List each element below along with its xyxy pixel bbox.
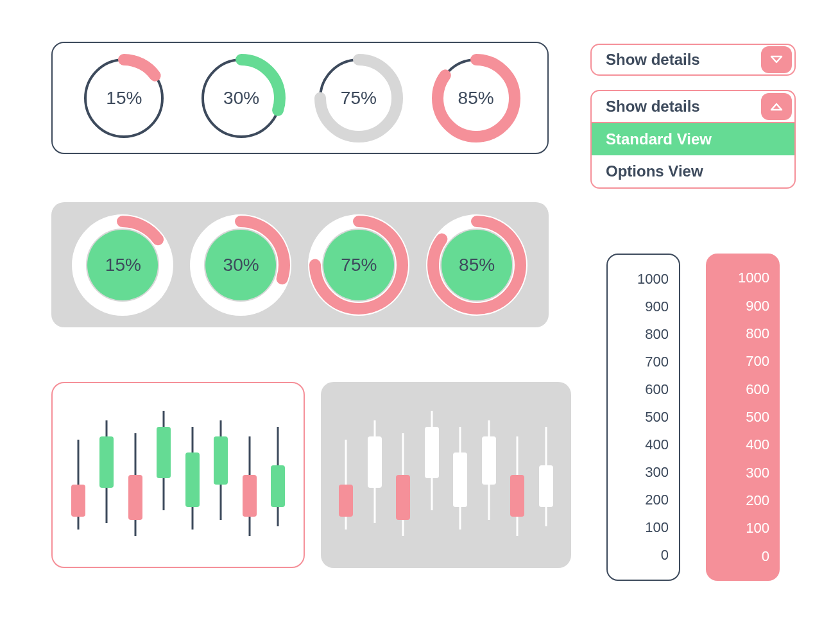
scale-value: 0	[706, 548, 769, 565]
candlestick-body	[539, 465, 553, 507]
donut-gauge: 85%	[428, 50, 524, 146]
scale-value: 300	[706, 465, 769, 481]
dropdown-header[interactable]: Show details	[592, 91, 794, 123]
scale-value: 1000	[706, 270, 769, 286]
candlestick-body	[453, 452, 467, 507]
scale-value: 600	[608, 381, 669, 398]
donut-gauge-filled: 85%	[424, 212, 530, 318]
candlestick	[154, 401, 173, 549]
dropdown-toggle-button[interactable]	[761, 93, 792, 120]
donut-gauge: 30%	[193, 50, 289, 146]
scale-value: 400	[706, 436, 769, 453]
donut-value: 30%	[223, 255, 259, 275]
candlestick	[240, 401, 259, 549]
candlestick-body	[214, 436, 228, 485]
candlestick-body	[425, 427, 439, 478]
chevron-up-icon	[770, 102, 783, 111]
show-details-dropdown-closed[interactable]: Show details	[590, 44, 796, 76]
scale-value: 900	[608, 298, 669, 315]
candlestick-body	[157, 427, 171, 478]
candlestick	[479, 401, 499, 549]
candlestick-body	[271, 465, 285, 507]
candlestick	[183, 401, 202, 549]
candlestick-body	[128, 475, 142, 520]
donut-value: 75%	[341, 88, 377, 108]
candlestick	[508, 401, 527, 549]
candlestick	[211, 401, 230, 549]
candlestick	[393, 401, 413, 549]
candlestick	[336, 401, 356, 549]
donut-panel-grey: 15%30%75%85%	[51, 202, 549, 327]
donut-panel-outlined: 15%30%75%85%	[51, 42, 549, 154]
scale-value: 400	[608, 436, 669, 453]
dropdown-label: Show details	[606, 51, 761, 69]
candlestick-body	[482, 436, 496, 485]
donut-value: 15%	[105, 255, 141, 275]
candlestick	[69, 401, 88, 549]
donut-gauge: 15%	[76, 50, 172, 146]
scale-value: 700	[706, 353, 769, 370]
scale-value: 500	[608, 409, 669, 426]
candlestick	[450, 401, 470, 549]
donut-value: 75%	[341, 255, 377, 275]
scale-value: 600	[706, 381, 769, 398]
scale-list-pink: 10009008007006005004003002001000	[706, 254, 780, 581]
candlestick-chart-dark	[321, 382, 571, 568]
scale-value: 0	[608, 547, 669, 564]
donut-value: 15%	[106, 88, 142, 108]
donut-value: 85%	[458, 88, 494, 108]
scale-value: 200	[608, 492, 669, 508]
candlestick-chart-light	[51, 382, 305, 568]
candlestick-body	[243, 475, 257, 517]
candlestick	[97, 401, 116, 549]
dropdown-option[interactable]: Standard View	[592, 123, 794, 155]
scale-value: 800	[706, 325, 769, 342]
scale-value: 500	[706, 409, 769, 426]
candlestick-body	[396, 475, 410, 520]
dropdown-label: Show details	[606, 98, 761, 116]
candlestick	[268, 401, 287, 549]
dropdown-toggle-button[interactable]	[761, 46, 792, 73]
scale-value: 100	[608, 519, 669, 536]
candlestick-body	[71, 485, 85, 517]
chevron-down-icon	[770, 55, 783, 64]
candlestick	[536, 401, 556, 549]
donut-gauge-filled: 30%	[188, 212, 294, 318]
scale-value: 900	[706, 298, 769, 314]
donut-value: 30%	[223, 88, 259, 108]
candlestick-body	[339, 485, 353, 517]
candlestick	[365, 401, 384, 549]
donut-gauge-filled: 15%	[70, 212, 176, 318]
show-details-dropdown-open: Show details Standard ViewOptions View	[590, 90, 796, 189]
candlestick-body	[185, 452, 200, 507]
candlestick-body	[510, 475, 524, 517]
dropdown-option[interactable]: Options View	[592, 155, 794, 187]
scale-value: 200	[706, 492, 769, 509]
scale-value: 300	[608, 464, 669, 481]
candlestick-body	[368, 436, 382, 488]
donut-gauge-filled: 75%	[306, 212, 412, 318]
candlestick	[126, 401, 145, 549]
candlestick-body	[99, 436, 114, 488]
donut-gauge: 75%	[311, 50, 407, 146]
scale-list-light: 10009008007006005004003002001000	[606, 254, 680, 581]
scale-value: 100	[706, 520, 769, 537]
scale-value: 700	[608, 354, 669, 370]
candlestick	[422, 401, 441, 549]
donut-value: 85%	[459, 255, 495, 275]
scale-value: 800	[608, 326, 669, 343]
scale-value: 1000	[608, 271, 669, 288]
